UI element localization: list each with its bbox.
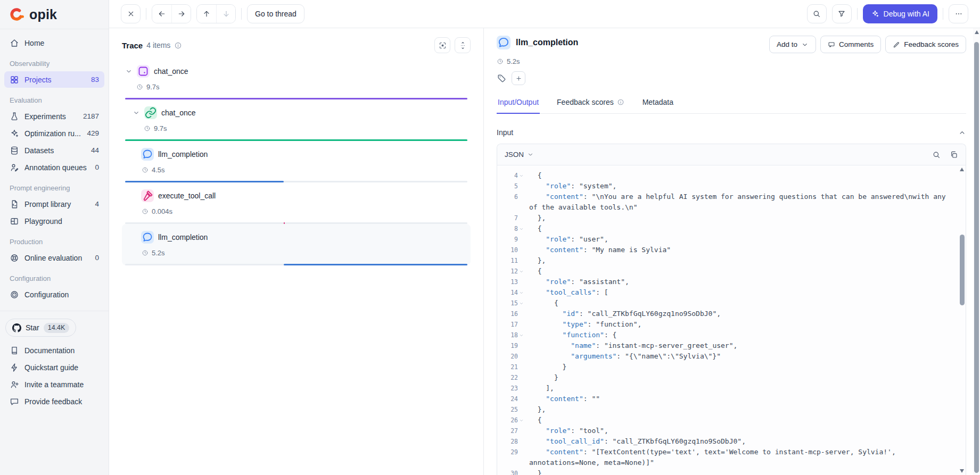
sidebar: opik HomeObservabilityProjects83Evaluati… bbox=[0, 0, 109, 475]
tab-input-output[interactable]: Input/Output bbox=[497, 94, 540, 114]
json-line: 23], bbox=[503, 383, 958, 394]
line-gutter: 8 bbox=[503, 223, 525, 234]
sidebar-item-count: 0 bbox=[95, 254, 99, 262]
line-gutter: 19 bbox=[503, 340, 525, 351]
trace-span-duration-text: 5.2s bbox=[152, 249, 165, 257]
expand-rows-button[interactable] bbox=[455, 37, 471, 53]
sidebar-item-documentation[interactable]: Documentation bbox=[4, 342, 104, 359]
span-duration-text: 5.2s bbox=[507, 57, 520, 65]
filter-button[interactable] bbox=[832, 4, 852, 23]
collapse-caret-icon[interactable] bbox=[518, 298, 525, 309]
comments-button[interactable]: Comments bbox=[820, 36, 881, 53]
json-value: : "[TextContent(type='text', text='Welco… bbox=[529, 448, 900, 466]
trace-span-duration-text: 9.7s bbox=[154, 124, 167, 132]
feedback-scores-button[interactable]: Feedback scores bbox=[885, 36, 966, 53]
line-number: 21 bbox=[508, 362, 518, 372]
sidebar-item-provide-feedback[interactable]: Provide feedback bbox=[4, 393, 104, 410]
close-button[interactable] bbox=[121, 4, 141, 23]
star-count-badge: 14.4K bbox=[44, 323, 70, 333]
go-to-thread-button[interactable]: Go to thread bbox=[247, 4, 304, 23]
line-gutter: 7 bbox=[503, 213, 525, 223]
collapse-caret-icon[interactable] bbox=[518, 223, 525, 234]
detail-tabs: Input/OutputFeedback scoresMetadata bbox=[497, 94, 966, 114]
sidebar-item-annotation-queues[interactable]: Annotation queues0 bbox=[4, 159, 104, 176]
scroll-down-arrow-icon[interactable] bbox=[960, 469, 964, 473]
json-value: : { bbox=[604, 331, 616, 339]
tab-feedback-scores[interactable]: Feedback scores bbox=[556, 94, 625, 114]
line-number: 25 bbox=[508, 404, 518, 415]
caret-spacer bbox=[518, 181, 525, 191]
more-options-button[interactable] bbox=[949, 4, 968, 23]
up-button[interactable] bbox=[197, 5, 216, 23]
page-scroll-track[interactable] bbox=[974, 36, 979, 474]
tag-icon[interactable] bbox=[497, 73, 507, 84]
fit-view-button[interactable] bbox=[434, 37, 450, 53]
sidebar-item-experiments[interactable]: Experiments2187 bbox=[4, 108, 104, 124]
trace-count: 4 items bbox=[146, 41, 170, 49]
json-line-content: "function": { bbox=[525, 330, 958, 340]
json-line-content: "content": "[TextContent(type='text', te… bbox=[525, 447, 958, 468]
collapse-caret-icon[interactable] bbox=[518, 287, 525, 298]
add-tag-button[interactable] bbox=[512, 71, 525, 85]
collapse-caret-icon[interactable] bbox=[518, 330, 525, 340]
sidebar-item-invite-a-teammate[interactable]: Invite a teammate bbox=[4, 376, 104, 393]
sidebar-item-quickstart-guide[interactable]: Quickstart guide bbox=[4, 359, 104, 376]
trace-span-5-llm-completion[interactable]: llm_completion5.2s bbox=[122, 224, 471, 265]
copy-icon[interactable] bbox=[950, 151, 958, 159]
sidebar-item-prompt-library[interactable]: Prompt library4 bbox=[4, 196, 104, 212]
debug-with-ai-button[interactable]: Debug with AI bbox=[863, 4, 937, 23]
sidebar-section-heading: Production bbox=[4, 230, 104, 249]
input-section-header[interactable]: Input bbox=[497, 124, 966, 140]
json-scroll-track[interactable] bbox=[960, 173, 965, 468]
chevron-down-icon[interactable] bbox=[133, 109, 140, 116]
caret-spacer bbox=[518, 468, 525, 475]
sidebar-item-projects[interactable]: Projects83 bbox=[4, 71, 104, 88]
caret-spacer bbox=[518, 447, 525, 457]
collapse-caret-icon[interactable] bbox=[518, 170, 525, 181]
json-key: "arguments" bbox=[571, 352, 616, 360]
json-value: : "call_ZTKbfGqLY60gzq1no9SoDbJ0", bbox=[604, 437, 746, 445]
trace-span-3-llm-completion[interactable]: llm_completion4.5s bbox=[122, 141, 471, 182]
sidebar-item-configuration[interactable]: Configuration bbox=[4, 286, 104, 303]
line-gutter: 6 bbox=[503, 191, 525, 202]
collapse-caret-icon[interactable] bbox=[518, 415, 525, 426]
json-value: : "user", bbox=[571, 235, 608, 243]
trace-span-2-chat-once[interactable]: chat_once9.7s bbox=[122, 99, 471, 141]
collapse-caret-icon[interactable] bbox=[518, 266, 525, 277]
add-to-button[interactable]: Add to bbox=[769, 36, 816, 53]
sidebar-item-datasets[interactable]: Datasets44 bbox=[4, 142, 104, 159]
github-star-button[interactable]: Star 14.4K bbox=[5, 319, 76, 337]
sidebar-item-playground[interactable]: Playground bbox=[4, 213, 104, 229]
trace-span-4-execute-tool-call[interactable]: execute_tool_call0.004s bbox=[122, 182, 471, 224]
line-number: 23 bbox=[508, 383, 518, 394]
search-button[interactable] bbox=[807, 4, 827, 23]
caret-spacer bbox=[518, 255, 525, 266]
chevron-down-icon[interactable] bbox=[125, 68, 133, 75]
page-scroll-thumb[interactable] bbox=[974, 42, 979, 473]
trace-span-1-chat-once[interactable]: chat_once9.7s bbox=[122, 58, 471, 99]
tab-metadata[interactable]: Metadata bbox=[641, 94, 674, 114]
page-scrollbar[interactable] bbox=[973, 28, 980, 475]
trace-span-title: llm_completion bbox=[125, 148, 467, 161]
json-value: : "" bbox=[583, 395, 600, 403]
json-value: : "system", bbox=[571, 182, 616, 190]
scroll-up-arrow-icon[interactable] bbox=[960, 168, 964, 171]
filter-icon bbox=[837, 10, 846, 18]
caret-spacer bbox=[518, 383, 525, 394]
sidebar-item-optimization-ru[interactable]: Optimization ru...429 bbox=[4, 125, 104, 141]
search-icon[interactable] bbox=[932, 151, 941, 159]
json-scroll-thumb[interactable] bbox=[960, 235, 965, 305]
back-button[interactable] bbox=[152, 5, 171, 23]
down-button[interactable] bbox=[216, 5, 235, 23]
json-format-select[interactable]: JSON bbox=[505, 151, 534, 159]
logo[interactable]: opik bbox=[0, 0, 109, 29]
line-number: 16 bbox=[508, 309, 518, 319]
sidebar-item-home[interactable]: Home bbox=[4, 35, 104, 51]
json-scrollbar[interactable] bbox=[958, 165, 966, 475]
caret-spacer bbox=[518, 372, 525, 383]
scroll-up-arrow-icon[interactable] bbox=[975, 30, 979, 34]
sidebar-item-online-evaluation[interactable]: Online evaluation0 bbox=[4, 249, 104, 266]
clock-icon bbox=[142, 166, 149, 173]
json-code: 4{5"role": "system",6"content": "\nYou a… bbox=[497, 165, 958, 475]
forward-button[interactable] bbox=[171, 5, 191, 23]
